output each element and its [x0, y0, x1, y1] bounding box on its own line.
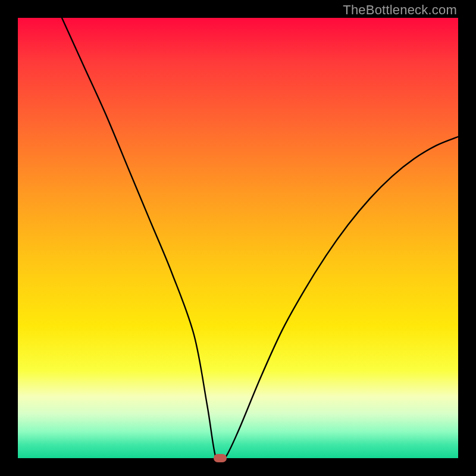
optimal-marker [214, 454, 227, 462]
watermark-text: TheBottleneck.com [343, 2, 457, 18]
plot-area [18, 18, 458, 458]
chart-frame: TheBottleneck.com [0, 0, 476, 476]
bottleneck-curve [18, 18, 458, 458]
curve-path [62, 18, 458, 458]
